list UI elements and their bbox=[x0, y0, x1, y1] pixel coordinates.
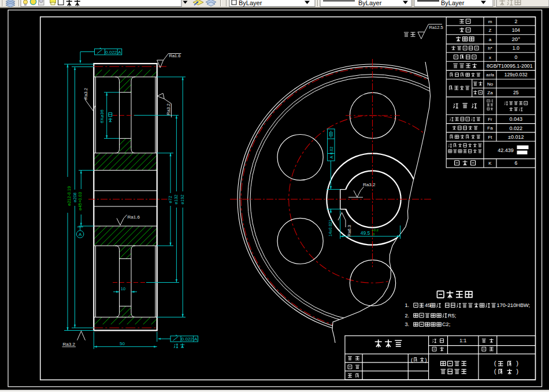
svg-text:25: 25 bbox=[513, 90, 519, 95]
svg-text:42.439: 42.439 bbox=[498, 147, 514, 153]
svg-text:1:1: 1:1 bbox=[459, 338, 466, 343]
svg-text:K: K bbox=[488, 161, 492, 166]
svg-text:0.022: 0.022 bbox=[105, 50, 117, 55]
svg-text:Z: Z bbox=[489, 28, 492, 33]
svg-text:h*: h* bbox=[488, 46, 492, 51]
svg-text:A: A bbox=[329, 156, 333, 158]
svg-text:⌀45+0.03: ⌀45+0.03 bbox=[77, 192, 83, 210]
svg-text:⌀72: ⌀72 bbox=[168, 196, 173, 204]
svg-text:(: ( bbox=[411, 357, 413, 363]
svg-text:Ra12.5: Ra12.5 bbox=[429, 25, 443, 30]
svg-text:A: A bbox=[79, 232, 82, 237]
svg-text:(: ( bbox=[494, 360, 496, 367]
svg-text:Ra3.2: Ra3.2 bbox=[166, 103, 171, 115]
svg-text:A: A bbox=[194, 336, 198, 342]
svg-text:1.0: 1.0 bbox=[513, 45, 520, 51]
svg-text:x: x bbox=[489, 55, 491, 60]
svg-text:⌀212-0.19: ⌀212-0.19 bbox=[66, 186, 72, 206]
svg-text:0: 0 bbox=[514, 54, 517, 60]
svg-text:3.: 3. bbox=[405, 321, 410, 327]
svg-text:8GB/T10095.1-2001: 8GB/T10095.1-2001 bbox=[487, 63, 533, 69]
svg-text:104: 104 bbox=[512, 27, 520, 33]
svg-text:Fa: Fa bbox=[487, 125, 493, 131]
svg-text:170-210HBW;: 170-210HBW; bbox=[497, 302, 531, 308]
svg-text:(: ( bbox=[494, 368, 496, 375]
svg-text:6: 6 bbox=[514, 160, 517, 166]
svg-text:Za: Za bbox=[487, 90, 493, 95]
svg-text:⌀132: ⌀132 bbox=[173, 194, 179, 204]
svg-text:2.: 2. bbox=[405, 313, 410, 319]
svg-text:ByLayer: ByLayer bbox=[239, 0, 262, 6]
svg-text:): ) bbox=[517, 368, 519, 375]
svg-text:a: a bbox=[489, 37, 492, 42]
svg-text:Ra1.6: Ra1.6 bbox=[128, 215, 140, 220]
svg-text:A: A bbox=[118, 50, 121, 55]
svg-text:Ft: Ft bbox=[488, 135, 492, 140]
svg-text:Ra3.2: Ra3.2 bbox=[363, 182, 376, 187]
svg-text:129±0.032: 129±0.032 bbox=[505, 72, 528, 77]
svg-text:0.022: 0.022 bbox=[509, 125, 522, 131]
svg-text:No: No bbox=[487, 82, 494, 87]
svg-text:ByLayer: ByLayer bbox=[358, 0, 382, 6]
svg-text:6X⌀36: 6X⌀36 bbox=[99, 109, 105, 123]
svg-text:0.02: 0.02 bbox=[329, 147, 333, 155]
svg-text:R5;: R5; bbox=[448, 313, 456, 319]
svg-text:a±fa: a±fa bbox=[486, 73, 494, 77]
svg-text:Ra6.3: Ra6.3 bbox=[347, 225, 352, 236]
svg-text:⌀192: ⌀192 bbox=[180, 194, 185, 204]
svg-text:0.043: 0.043 bbox=[509, 116, 522, 122]
svg-text:50: 50 bbox=[120, 341, 125, 346]
svg-text:45: 45 bbox=[425, 302, 431, 308]
svg-text:Ra3.2: Ra3.2 bbox=[83, 88, 88, 99]
svg-text:Ra3.2: Ra3.2 bbox=[63, 342, 76, 347]
svg-text:m: m bbox=[488, 19, 492, 24]
svg-text:14±0.021: 14±0.021 bbox=[328, 220, 332, 236]
svg-text:49.5: 49.5 bbox=[361, 230, 370, 236]
svg-text:20°: 20° bbox=[512, 36, 521, 42]
svg-text:±0.012: ±0.012 bbox=[508, 134, 524, 140]
svg-text:2: 2 bbox=[514, 19, 517, 24]
svg-text:Ra1.6: Ra1.6 bbox=[169, 53, 181, 58]
svg-text:Fr: Fr bbox=[488, 117, 492, 122]
svg-text:): ) bbox=[425, 357, 427, 363]
svg-text:0.022: 0.022 bbox=[181, 336, 194, 342]
svg-text:ByLayer: ByLayer bbox=[441, 0, 465, 6]
svg-text:1.: 1. bbox=[405, 302, 410, 308]
svg-text:C2;: C2; bbox=[442, 321, 450, 327]
svg-text:10: 10 bbox=[121, 286, 125, 291]
svg-text:): ) bbox=[517, 360, 519, 367]
svg-text:⌀208: ⌀208 bbox=[72, 193, 77, 202]
svg-text:+0.2: +0.2 bbox=[372, 228, 379, 232]
